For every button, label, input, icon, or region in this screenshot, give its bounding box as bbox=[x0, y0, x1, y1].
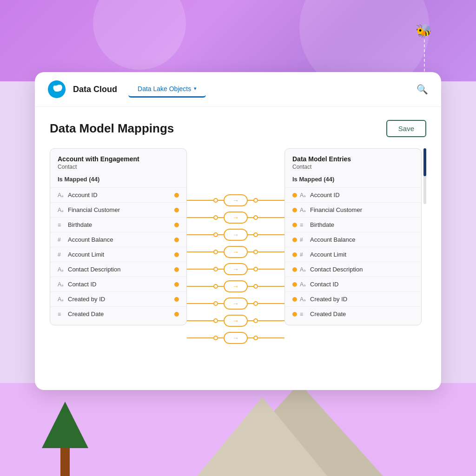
connector-line-mid2 bbox=[248, 320, 253, 321]
app-header: Data Cloud Data Lake Objects ▾ 🔍 bbox=[35, 72, 441, 107]
left-panel-subtitle: Contact bbox=[58, 164, 179, 170]
left-panel-row: # Account Limit bbox=[50, 247, 186, 262]
right-panel-row: # Account Balance bbox=[285, 232, 421, 247]
field-type-icon: Aₐ bbox=[58, 296, 65, 303]
field-label: Created by ID bbox=[310, 296, 414, 303]
bg-bottom bbox=[0, 383, 476, 476]
connector-line-left bbox=[187, 269, 213, 270]
connector-line-right bbox=[258, 217, 284, 218]
field-type-icon: Aₐ bbox=[300, 281, 307, 288]
right-panel-wrapper: Data Model Entries Contact Is Mapped (44… bbox=[284, 148, 426, 325]
connection-dot bbox=[174, 312, 179, 317]
connector-line-left bbox=[187, 337, 213, 338]
right-panel-row: Aₐ Created by ID bbox=[285, 291, 421, 306]
connector-line-mid bbox=[218, 269, 224, 270]
right-panel-row: Aₐ Account ID bbox=[285, 187, 421, 202]
connection-dot bbox=[292, 193, 297, 198]
right-panel-row: Aₐ Contact Description bbox=[285, 262, 421, 277]
field-label: Account Balance bbox=[68, 236, 172, 243]
right-panel-row: ≡ Created Date bbox=[285, 306, 421, 321]
connector-node-right bbox=[253, 301, 258, 306]
data-lake-objects-tab[interactable]: Data Lake Objects ▾ bbox=[128, 81, 206, 98]
left-panel: Account with Engagement Contact Is Mappe… bbox=[50, 148, 187, 325]
connector-line-right bbox=[258, 269, 284, 270]
save-button[interactable]: Save bbox=[386, 120, 426, 137]
connector-arrow[interactable]: → bbox=[224, 229, 248, 241]
connector-arrow[interactable]: → bbox=[224, 263, 248, 275]
left-panel-row: Aₐ Financial Customer bbox=[50, 202, 186, 217]
connection-dot bbox=[292, 282, 297, 287]
connector-line-mid bbox=[218, 337, 224, 338]
left-panel-row: Aₐ Account ID bbox=[50, 187, 186, 202]
left-panel-row: ≡ Birthdate bbox=[50, 217, 186, 232]
connector-line-right bbox=[258, 251, 284, 252]
right-panel: Data Model Entries Contact Is Mapped (44… bbox=[284, 148, 422, 325]
field-type-icon: Aₐ bbox=[58, 266, 65, 273]
field-label: Account Balance bbox=[310, 236, 414, 243]
connector-row: → bbox=[187, 329, 284, 346]
connection-dot bbox=[174, 282, 179, 287]
connector-arrow[interactable]: → bbox=[224, 212, 248, 224]
connector-node-left bbox=[213, 267, 218, 271]
connector-line-left bbox=[187, 200, 213, 201]
connector-node-right bbox=[253, 318, 258, 323]
left-panel-rows: Aₐ Account ID Aₐ Financial Customer ≡ Bi… bbox=[50, 187, 186, 325]
connector-line-mid2 bbox=[248, 217, 253, 218]
connector-node-left bbox=[213, 336, 218, 340]
connector-node-right bbox=[253, 267, 258, 271]
mountain-icon bbox=[197, 397, 327, 476]
connector-arrow[interactable]: → bbox=[224, 194, 248, 206]
search-icon[interactable]: 🔍 bbox=[416, 84, 428, 95]
field-label: Contact ID bbox=[310, 281, 414, 288]
field-label: Created by ID bbox=[68, 296, 172, 303]
connector-arrow[interactable]: → bbox=[224, 298, 248, 310]
field-type-icon: ≡ bbox=[58, 311, 65, 317]
main-card: Data Cloud Data Lake Objects ▾ 🔍 Data Mo… bbox=[35, 72, 441, 390]
field-label: Financial Customer bbox=[68, 206, 172, 213]
chevron-down-icon: ▾ bbox=[194, 86, 197, 92]
connector-line-right bbox=[258, 234, 284, 235]
connector-area: → → → → bbox=[187, 148, 284, 346]
connector-row: → bbox=[187, 243, 284, 260]
connection-dot bbox=[174, 267, 179, 272]
connector-arrow[interactable]: → bbox=[224, 332, 248, 344]
field-type-icon: ≡ bbox=[300, 222, 307, 228]
field-label: Account Limit bbox=[310, 251, 414, 258]
connector-line-mid bbox=[218, 286, 224, 287]
connection-dot bbox=[292, 223, 297, 227]
connector-node-right bbox=[253, 198, 258, 203]
connector-arrow[interactable]: → bbox=[224, 246, 248, 258]
connector-node-left bbox=[213, 232, 218, 237]
left-panel-row: ≡ Created Date bbox=[50, 306, 186, 321]
connector-line-mid bbox=[218, 200, 224, 201]
connector-arrow[interactable]: → bbox=[224, 280, 248, 292]
right-panel-header: Data Model Entries Contact bbox=[285, 149, 421, 173]
connector-node-left bbox=[213, 284, 218, 289]
connector-line-right bbox=[258, 320, 284, 321]
connector-row: → bbox=[187, 260, 284, 278]
connection-dot bbox=[292, 312, 297, 317]
connector-arrow[interactable]: → bbox=[224, 315, 248, 327]
field-type-icon: Aₐ bbox=[300, 266, 307, 273]
connector-line-mid2 bbox=[248, 251, 253, 252]
left-panel-header: Account with Engagement Contact bbox=[50, 149, 186, 173]
connection-dot bbox=[174, 297, 179, 302]
field-type-icon: Aₐ bbox=[58, 192, 65, 198]
left-panel-row: # Account Balance bbox=[50, 232, 186, 247]
scrollbar[interactable] bbox=[423, 148, 426, 204]
connector-line-mid2 bbox=[248, 269, 253, 270]
connector-line-right bbox=[258, 286, 284, 287]
left-panel-row: Aₐ Contact ID bbox=[50, 277, 186, 291]
field-type-icon: Aₐ bbox=[58, 281, 65, 288]
connection-dot bbox=[292, 238, 297, 242]
bg-top bbox=[0, 0, 476, 81]
connector-node-left bbox=[213, 250, 218, 254]
bee-decoration: 🐝 bbox=[416, 23, 432, 39]
connector-line-mid2 bbox=[248, 200, 253, 201]
connector-node-right bbox=[253, 336, 258, 340]
connection-dot bbox=[174, 238, 179, 242]
salesforce-logo bbox=[48, 80, 66, 98]
connector-row: → bbox=[187, 278, 284, 295]
mapping-panels: Account with Engagement Contact Is Mappe… bbox=[50, 148, 426, 346]
right-panel-title: Data Model Entries bbox=[292, 155, 414, 163]
